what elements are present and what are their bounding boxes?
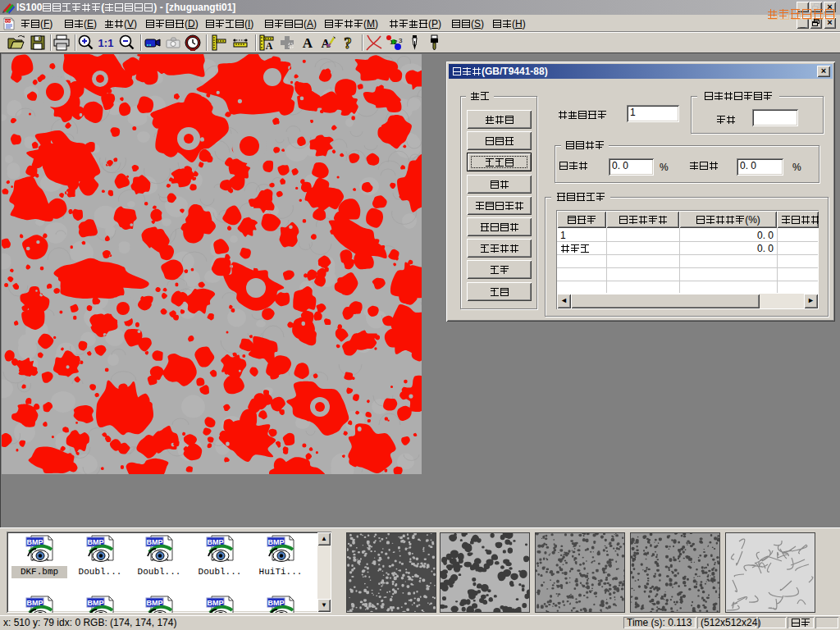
svg-text:A: A bbox=[266, 40, 273, 52]
svg-text:DOC: DOC bbox=[4, 20, 13, 24]
svg-text:2: 2 bbox=[394, 39, 398, 46]
svg-text:3: 3 bbox=[399, 37, 403, 44]
svg-text:1:1: 1:1 bbox=[98, 37, 114, 49]
svg-text:?: ? bbox=[344, 34, 352, 52]
svg-text:A: A bbox=[303, 35, 313, 51]
